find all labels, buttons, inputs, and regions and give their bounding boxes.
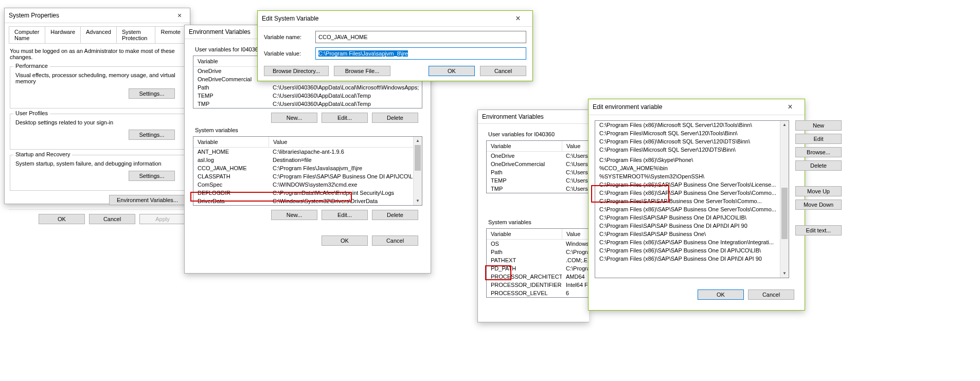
sys-delete-button[interactable]: Delete [372,210,418,220]
user-variables-table[interactable]: Variable Value OneDriveC:\Users\IOneDriv… [486,140,589,193]
list-item[interactable]: C:\Program Files (x86)\SAP\SAP Business … [595,189,780,197]
list-item[interactable]: C:\Program Files (x86)\SAP\SAP Business … [595,238,780,246]
scroll-thumb[interactable] [781,188,788,239]
browse-directory-button[interactable]: Browse Directory... [264,66,329,76]
table-row[interactable]: PROCESSOR_ARCHITECTUREAMD64 [487,273,589,281]
delete-button[interactable]: Delete [795,160,842,171]
list-item[interactable]: C:\Program Files (x86)\Microsoft SQL Ser… [595,137,780,146]
scroll-down-icon[interactable]: ▼ [780,269,789,278]
var-value: C:\Users\I [562,168,589,176]
ok-button[interactable]: OK [698,289,744,300]
user-vars-body: OneDriveC:\Users\IOneDriveCommercialC:\U… [487,152,589,193]
table-row[interactable]: TEMPC:\Users\I040360\AppData\Local\Temp [193,92,422,100]
table-row[interactable]: asl.logDestination=file [193,156,414,164]
table-row[interactable]: TMPC:\Users\I [487,185,589,193]
cancel-button[interactable]: Cancel [89,214,135,224]
table-row[interactable]: PathC:\Users\I040360\AppData\Local\Micro… [193,83,422,92]
table-row[interactable]: PathC:\Progra [487,248,589,256]
user-new-button[interactable]: New... [271,113,317,123]
table-row[interactable]: OneDriveC:\Users\I [487,152,589,160]
user-delete-button[interactable]: Delete [372,113,418,123]
list-item[interactable]: C:\Program Files (x86)\SAP\SAP Business … [595,205,780,213]
table-row[interactable]: CCO_JAVA_HOMEC:\Program Files\Java\sapjv… [193,164,414,172]
sys-edit-button[interactable]: Edit... [322,210,368,220]
table-row[interactable]: DriverDataC:\Windows\System32\Drivers\Dr… [193,197,414,205]
close-icon[interactable]: × [780,102,800,112]
list-item[interactable]: %SYSTEMROOT%\System32\OpenSSH\ [595,172,780,180]
edit-system-variable-dialog: Edit System Variable × Variable name: Va… [257,10,533,81]
cancel-button[interactable]: Cancel [372,235,418,246]
variable-value-input[interactable]: C:\Program Files\Java\sapjvm_8\jre [315,47,526,60]
variable-name-input[interactable] [315,31,526,43]
list-item[interactable]: C:\Program Files\Microsoft SQL Server\12… [595,129,780,137]
list-item[interactable]: C:\Program Files\SAP\SAP Business One DI… [595,213,780,222]
close-icon[interactable]: × [508,14,528,23]
scrollbar[interactable]: ▲ ▼ [413,137,422,205]
variable-name-label: Variable name: [264,34,310,40]
system-variables-table[interactable]: Variable Value OSWindows_PathC:\PrograPA… [486,228,589,298]
list-item[interactable]: C:\Program Files (x86)\SAP\SAP Business … [595,246,780,255]
tab-hardware[interactable]: Hardware [45,26,81,43]
move-down-button[interactable]: Move Down [795,199,842,210]
table-row[interactable]: PROCESSOR_IDENTIFIERIntel64 Fa [487,281,589,289]
edit-button[interactable]: Edit [795,134,842,144]
tab-remote[interactable]: Remote [155,26,186,43]
table-row[interactable]: OSWindows_ [487,240,589,248]
scroll-thumb[interactable] [415,145,421,171]
system-vars-body: ANT_HOMEC:\libraries\apache-ant-1.9.6asl… [193,148,422,205]
window-title: Environment Variables [482,113,544,120]
list-item[interactable]: C:\Program Files\SAP\SAP Business One Se… [595,197,780,205]
table-row[interactable]: ComSpecC:\WINDOWS\system32\cmd.exe [193,180,414,189]
scrollbar[interactable]: ▲ ▼ [780,121,789,278]
scroll-up-icon[interactable]: ▲ [780,121,789,129]
var-name: Path [193,83,269,92]
move-up-button[interactable]: Move Up [795,186,842,196]
browse-button[interactable]: Browse... [795,147,842,157]
window-title: System Properties [9,12,59,19]
sys-new-button[interactable]: New... [271,210,317,220]
table-row[interactable]: PathC:\Users\I [487,168,589,176]
col-value: Value [269,137,422,147]
table-row[interactable]: CLASSPATHC:\Program Files\SAP\SAP Busine… [193,172,414,180]
list-item[interactable]: C:\Program Files\Microsoft SQL Server\12… [595,146,780,154]
path-listbox[interactable]: C:\Program Files (x86)\Microsoft SQL Ser… [595,120,789,278]
user-edit-button[interactable]: Edit... [322,113,368,123]
startup-settings-button[interactable]: Settings... [129,171,175,181]
list-item[interactable]: C:\Program Files (x86)\Microsoft SQL Ser… [595,121,780,129]
table-row[interactable]: DEFLOGDIRC:\ProgramData\McAfee\Endpoint … [193,189,414,197]
close-icon[interactable]: × [173,11,186,20]
table-row[interactable]: PD_PATHC:\Progra [487,264,589,273]
tab-advanced[interactable]: Advanced [80,26,117,43]
list-item[interactable]: %CCO_JAVA_HOME%\bin [595,164,780,172]
apply-button[interactable]: Apply [139,214,186,224]
tab-system-protection[interactable]: System Protection [116,26,156,43]
list-item[interactable]: C:\Program Files\SAP\SAP Business One DI… [595,222,780,230]
edit-text-button[interactable]: Edit text... [795,225,842,235]
browse-file-button[interactable]: Browse File... [334,66,390,76]
ok-button[interactable]: OK [429,66,475,76]
scroll-up-icon[interactable]: ▲ [414,137,422,145]
table-row[interactable]: PATHEXT.COM;.EX [487,256,589,264]
table-row[interactable]: TEMPC:\Users\I [487,176,589,185]
scroll-down-icon[interactable]: ▼ [414,197,422,205]
cancel-button[interactable]: Cancel [480,66,526,76]
list-item[interactable]: C:\Program Files\SAP\SAP Business One\ [595,230,780,238]
new-button[interactable]: New [795,120,842,131]
list-item[interactable]: C:\Program Files (x86)\Skype\Phone\ [595,156,780,164]
list-item[interactable]: C:\Program Files (x86)\SAP\SAP Business … [595,255,780,263]
ok-button[interactable]: OK [322,235,368,246]
list-item[interactable]: C:\Program Files (x86)\SAP\SAP Business … [595,180,780,189]
cancel-button[interactable]: Cancel [748,289,794,300]
window-title: Environment Variables [189,28,251,35]
user-profiles-settings-button[interactable]: Settings... [129,130,175,140]
performance-settings-button[interactable]: Settings... [129,88,175,99]
var-name: OneDrive [487,152,562,160]
ok-button[interactable]: OK [39,214,85,224]
system-variables-table[interactable]: Variable Value ANT_HOMEC:\libraries\apac… [193,136,422,206]
table-row[interactable]: TMPC:\Users\I040360\AppData\Local\Temp [193,100,422,108]
tab-computer-name[interactable]: Computer Name [9,26,45,43]
environment-variables-button[interactable]: Environment Variables... [109,195,186,205]
table-row[interactable]: OneDriveCommercialC:\Users\I [487,160,589,168]
table-row[interactable]: PROCESSOR_LEVEL6 [487,289,589,297]
table-row[interactable]: ANT_HOMEC:\libraries\apache-ant-1.9.6 [193,148,414,156]
